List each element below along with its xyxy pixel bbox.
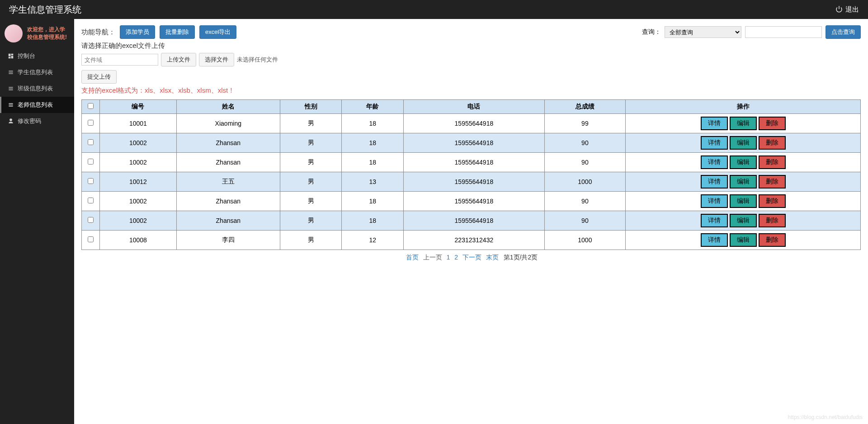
sidebar-item-label: 老师信息列表: [18, 101, 53, 109]
cell-name: Zhansan: [176, 192, 280, 211]
sidebar-item-3[interactable]: 老师信息列表: [0, 97, 74, 113]
edit-button[interactable]: 编辑: [730, 233, 757, 247]
edit-button[interactable]: 编辑: [730, 214, 757, 227]
logout-button[interactable]: 退出: [835, 5, 859, 14]
toolbar-nav-label: 功能导航：: [81, 28, 115, 37]
row-checkbox[interactable]: [88, 198, 94, 203]
edit-button[interactable]: 编辑: [730, 175, 757, 188]
pager-info: 第1页/共2页: [504, 254, 538, 261]
sidebar-item-2[interactable]: 班级信息列表: [0, 80, 74, 97]
row-checkbox[interactable]: [88, 139, 94, 145]
cell-score: 1000: [544, 231, 625, 250]
pager-page[interactable]: 1: [447, 254, 450, 261]
cell-phone: 15955644918: [404, 114, 545, 133]
delete-button[interactable]: 删除: [759, 175, 786, 188]
row-checkbox[interactable]: [88, 178, 94, 184]
detail-button[interactable]: 详情: [701, 214, 728, 227]
cell-phone: 15955644918: [404, 153, 545, 172]
table-header: 总成绩: [544, 100, 625, 114]
select-all-checkbox[interactable]: [88, 103, 94, 109]
welcome-line2: 校信息管理系统!: [27, 33, 67, 41]
search-input[interactable]: [745, 26, 822, 38]
pager-next[interactable]: 下一页: [462, 254, 481, 261]
cell-id: 10002: [100, 192, 177, 211]
row-checkbox[interactable]: [88, 159, 94, 165]
cell-gender: 男: [280, 153, 342, 172]
cell-age: 12: [342, 231, 404, 250]
sidebar: 欢迎您，进入学 校信息管理系统! 控制台学生信息列表班级信息列表老师信息列表修改…: [0, 19, 74, 424]
edit-button[interactable]: 编辑: [730, 155, 757, 169]
cell-name: 王五: [176, 172, 280, 192]
upload-hint: 请选择正确的excel文件上传: [81, 42, 861, 50]
sidebar-item-0[interactable]: 控制台: [0, 48, 74, 64]
cell-id: 10002: [100, 211, 177, 231]
choose-file-button[interactable]: 选择文件: [199, 53, 234, 66]
delete-button[interactable]: 删除: [759, 136, 786, 150]
detail-button[interactable]: 详情: [701, 155, 728, 169]
detail-button[interactable]: 详情: [701, 175, 728, 188]
pagination: 首页 上一页 1 2 下一页 末页 第1页/共2页: [81, 254, 861, 262]
row-checkbox[interactable]: [88, 236, 94, 242]
logout-label: 退出: [845, 5, 859, 14]
power-icon: [835, 5, 843, 14]
excel-export-button[interactable]: excel导出: [199, 25, 236, 39]
table-row: 10012王五男13159556449181000详情编辑删除: [82, 172, 861, 192]
search-button[interactable]: 点击查询: [826, 25, 861, 39]
edit-button[interactable]: 编辑: [730, 136, 757, 150]
delete-button[interactable]: 删除: [759, 214, 786, 227]
delete-button[interactable]: 删除: [759, 155, 786, 169]
detail-button[interactable]: 详情: [701, 117, 728, 130]
table-row: 10008李四男12223123124321000详情编辑删除: [82, 231, 861, 250]
cell-phone: 15955644918: [404, 133, 545, 153]
dashboard-icon: [8, 53, 14, 59]
app-title: 学生信息管理系统: [9, 4, 81, 16]
cell-gender: 男: [280, 192, 342, 211]
cell-age: 18: [342, 153, 404, 172]
row-checkbox[interactable]: [88, 120, 94, 126]
cell-name: Zhansan: [176, 153, 280, 172]
table-row: 10002Zhansan男181595564491890详情编辑删除: [82, 192, 861, 211]
cell-score: 90: [544, 211, 625, 231]
sidebar-item-label: 学生信息列表: [18, 68, 53, 76]
welcome-line1: 欢迎您，进入学: [27, 26, 67, 33]
table-row: 10002Zhansan男181595564491890详情编辑删除: [82, 133, 861, 153]
edit-button[interactable]: 编辑: [730, 194, 757, 208]
cell-gender: 男: [280, 211, 342, 231]
sidebar-item-label: 控制台: [18, 52, 35, 60]
detail-button[interactable]: 详情: [701, 194, 728, 208]
table-header: 性别: [280, 100, 342, 114]
cell-name: Zhansan: [176, 211, 280, 231]
delete-button[interactable]: 删除: [759, 117, 786, 130]
batch-delete-button[interactable]: 批量删除: [160, 25, 195, 39]
search-label: 查询：: [642, 28, 661, 36]
pager-page[interactable]: 2: [454, 254, 458, 261]
submit-upload-button[interactable]: 提交上传: [81, 70, 117, 84]
format-note: 支持的excel格式为：xls、xlsx、xlsb、xlsm、xlst！: [81, 86, 861, 95]
detail-button[interactable]: 详情: [701, 233, 728, 247]
file-field: [81, 54, 158, 66]
cell-score: 1000: [544, 172, 625, 192]
cell-gender: 男: [280, 172, 342, 192]
sidebar-item-4[interactable]: 修改密码: [0, 113, 74, 129]
cell-score: 90: [544, 133, 625, 153]
list-icon: [8, 69, 14, 75]
row-checkbox[interactable]: [88, 217, 94, 223]
delete-button[interactable]: 删除: [759, 194, 786, 208]
detail-button[interactable]: 详情: [701, 136, 728, 150]
pager-last[interactable]: 末页: [486, 254, 499, 261]
pager-first[interactable]: 首页: [406, 254, 419, 261]
cell-gender: 男: [280, 114, 342, 133]
cell-id: 10001: [100, 114, 177, 133]
search-type-select[interactable]: 全部查询: [665, 26, 741, 38]
delete-button[interactable]: 删除: [759, 233, 786, 247]
main-content: 功能导航： 添加学员 批量删除 excel导出 查询： 全部查询 点击查询 请选…: [74, 19, 868, 424]
cell-name: Zhansan: [176, 133, 280, 153]
sidebar-item-1[interactable]: 学生信息列表: [0, 64, 74, 80]
add-student-button[interactable]: 添加学员: [120, 25, 155, 39]
user-icon: [8, 118, 14, 124]
upload-file-button[interactable]: 上传文件: [161, 53, 196, 66]
sidebar-item-label: 班级信息列表: [18, 85, 53, 93]
cell-age: 18: [342, 211, 404, 231]
edit-button[interactable]: 编辑: [730, 117, 757, 130]
cell-age: 18: [342, 133, 404, 153]
